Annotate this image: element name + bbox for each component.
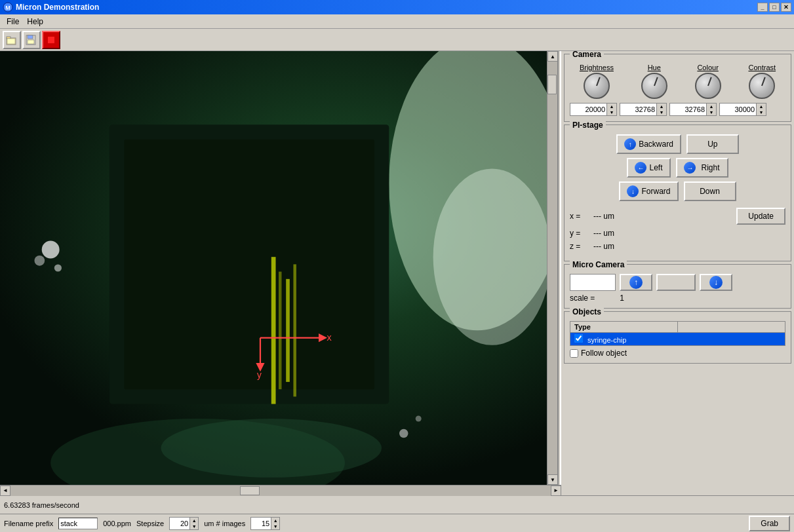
brightness-input[interactable]: 20000 <box>570 105 606 114</box>
svg-point-26 <box>161 419 382 478</box>
panel-splitter[interactable] <box>557 51 561 485</box>
micro-camera-input[interactable] <box>570 274 616 291</box>
scroll-thumb-v[interactable] <box>547 75 557 94</box>
svg-rect-17 <box>293 264 296 396</box>
svg-point-24 <box>54 264 62 271</box>
save-button[interactable] <box>22 31 41 49</box>
colour-down-btn[interactable]: ▼ <box>707 109 716 115</box>
colour-up-btn[interactable]: ▲ <box>707 104 716 109</box>
contrast-spinbox[interactable]: 30000 ▲ ▼ <box>719 103 766 116</box>
update-button[interactable]: Update <box>736 208 785 225</box>
scroll-thumb-h[interactable] <box>240 486 260 495</box>
pi-stage-group-title: PI-stage <box>570 121 606 130</box>
images-up-btn[interactable]: ▲ <box>271 518 279 523</box>
micro-camera-group: Micro Camera ↑ ↓ scale = 1 <box>564 264 791 309</box>
y-coord-row: y = --- um <box>570 229 785 238</box>
brightness-down-btn[interactable]: ▼ <box>607 109 616 115</box>
minimize-button[interactable]: _ <box>757 3 768 12</box>
x-label: x = <box>570 212 583 221</box>
hue-down-btn[interactable]: ▼ <box>657 109 666 115</box>
scroll-down-btn[interactable]: ▼ <box>547 474 558 485</box>
stop-button[interactable] <box>42 31 60 49</box>
right-button[interactable]: → Right <box>676 158 728 178</box>
brightness-knob[interactable] <box>584 73 610 99</box>
colour-input[interactable]: 32768 <box>670 105 706 114</box>
menu-file[interactable]: File <box>3 16 23 28</box>
up-button[interactable]: Up <box>686 134 739 154</box>
col-value-header <box>678 322 785 333</box>
stepsize-down-btn[interactable]: ▼ <box>190 523 198 529</box>
filename-prefix-input[interactable] <box>58 518 98 529</box>
object-checkbox[interactable] <box>574 334 583 343</box>
contrast-knob[interactable] <box>749 73 775 99</box>
video-scrollbar-v[interactable]: ▲ ▼ <box>547 51 557 485</box>
svg-rect-8 <box>48 37 54 43</box>
stepsize-input[interactable] <box>170 519 189 528</box>
scroll-left-btn[interactable]: ◄ <box>0 485 10 496</box>
left-button[interactable]: ← Left <box>627 158 670 178</box>
stepsize-spinbox[interactable]: ▲ ▼ <box>169 517 199 530</box>
z-value: --- um <box>593 242 646 251</box>
contrast-up-btn[interactable]: ▲ <box>757 104 766 109</box>
contrast-input[interactable]: 30000 <box>720 105 756 114</box>
z-label: z = <box>570 242 583 251</box>
down-button[interactable]: Down <box>684 181 736 201</box>
micro-up-icon: ↑ <box>629 276 643 289</box>
micro-camera-controls: ↑ ↓ <box>570 274 785 291</box>
svg-text:x: x <box>327 333 332 343</box>
microscope-image: x y <box>0 51 557 485</box>
backward-button[interactable]: ↑ Backward <box>616 134 681 154</box>
stepsize-label: Stepsize <box>136 520 164 527</box>
objects-table: Type syringe-chip <box>570 321 785 346</box>
grab-button[interactable]: Grab <box>749 516 790 531</box>
left-label: Left <box>649 163 662 172</box>
brightness-label: Brightness <box>580 64 614 71</box>
stepsize-up-btn[interactable]: ▲ <box>190 518 198 523</box>
colour-knob[interactable] <box>695 73 721 99</box>
y-label: y = <box>570 229 583 238</box>
svg-rect-13 <box>124 140 374 389</box>
toolbar <box>0 29 794 51</box>
contrast-control: Contrast <box>748 64 776 99</box>
brightness-up-btn[interactable]: ▲ <box>607 104 616 109</box>
brightness-spinbox[interactable]: 20000 ▲ ▼ <box>570 103 617 116</box>
follow-object-checkbox[interactable] <box>570 349 578 358</box>
hue-up-btn[interactable]: ▲ <box>657 104 666 109</box>
maximize-button[interactable]: □ <box>769 3 780 12</box>
images-spinbox[interactable]: ▲ ▼ <box>250 517 280 530</box>
ppm-label: 000.ppm <box>103 520 131 527</box>
svg-rect-3 <box>7 37 10 39</box>
menu-help[interactable]: Help <box>23 16 47 28</box>
colour-spinbox[interactable]: 32768 ▲ ▼ <box>669 103 717 116</box>
forward-button[interactable]: ↓ Forward <box>619 181 678 201</box>
video-scrollbar-h[interactable]: ◄ ► <box>0 485 561 495</box>
svg-rect-6 <box>28 35 33 39</box>
scroll-up-btn[interactable]: ▲ <box>547 51 558 62</box>
x-coord-row: x = --- um Update <box>570 208 785 225</box>
svg-point-28 <box>416 416 422 422</box>
scroll-right-btn[interactable]: ► <box>551 485 561 496</box>
micro-spacer <box>656 274 696 291</box>
contrast-down-btn[interactable]: ▼ <box>757 109 766 115</box>
micro-up-button[interactable]: ↑ <box>620 274 652 291</box>
scroll-track-v[interactable] <box>547 62 557 474</box>
scroll-track-h[interactable] <box>10 485 551 496</box>
images-down-btn[interactable]: ▼ <box>271 523 279 529</box>
down-label: Down <box>700 187 720 196</box>
object-name: syringe-chip <box>587 336 626 344</box>
status-bar: 6.63283 frames/second <box>0 495 794 514</box>
hue-spinbox[interactable]: 32768 ▲ ▼ <box>620 103 667 116</box>
title-bar: M Micron Demonstration _ □ ✕ <box>0 0 794 14</box>
hue-knob[interactable] <box>641 73 667 99</box>
micro-down-button[interactable]: ↓ <box>700 274 732 291</box>
object-row[interactable]: syringe-chip <box>570 333 785 346</box>
camera-group: Camera Brightness Hue Colour Contrast <box>564 54 791 122</box>
filename-prefix-label: Filename prefix <box>4 520 53 527</box>
svg-point-27 <box>399 429 408 438</box>
images-input[interactable] <box>251 519 271 528</box>
close-button[interactable]: ✕ <box>781 3 791 12</box>
hue-input[interactable]: 32768 <box>620 105 656 114</box>
backward-label: Backward <box>639 140 673 149</box>
svg-rect-7 <box>28 40 34 44</box>
open-button[interactable] <box>3 31 21 49</box>
